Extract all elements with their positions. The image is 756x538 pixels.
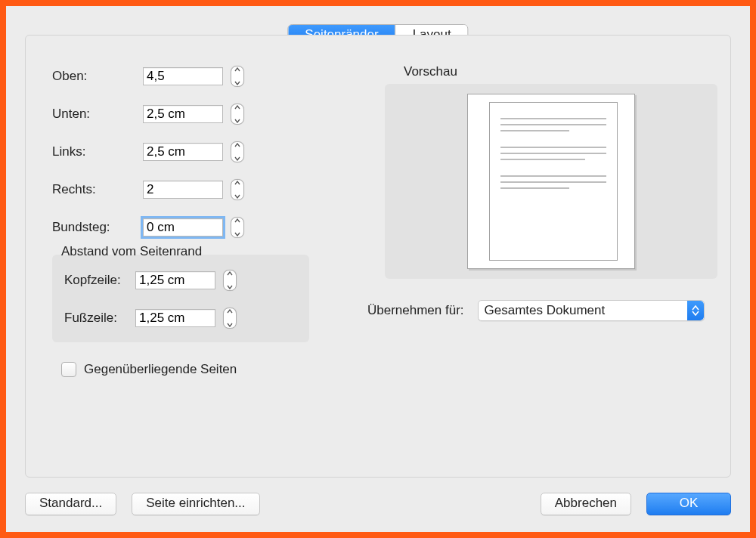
edge-distance-group: Abstand vom Seitenrand Kopfzeile: Fußzei…	[52, 255, 309, 342]
label-bottom: Unten:	[52, 107, 143, 122]
label-left: Links:	[52, 144, 143, 159]
chevron-up-icon	[227, 309, 233, 314]
input-gutter[interactable]	[143, 218, 223, 237]
content-panel: Oben: Unten: Links:	[25, 35, 731, 478]
button-row: Standard... Seite einrichten... Abbreche…	[25, 493, 731, 515]
chevron-up-icon	[234, 218, 240, 223]
page-setup-button[interactable]: Seite einrichten...	[132, 493, 259, 515]
input-top[interactable]	[143, 67, 223, 85]
input-bottom[interactable]	[143, 105, 223, 123]
chevron-down-icon	[234, 194, 240, 199]
edge-distance-title: Abstand vom Seitenrand	[58, 244, 205, 259]
default-button[interactable]: Standard...	[25, 493, 116, 515]
stepper-right[interactable]	[231, 179, 244, 200]
input-header[interactable]	[135, 271, 215, 289]
page-setup-dialog: Seitenränder Layout Oben: Unten:	[0, 0, 756, 538]
chevron-down-icon	[234, 232, 240, 237]
label-right: Rechts:	[52, 182, 143, 197]
chevron-up-icon	[234, 143, 240, 147]
apply-to-popup[interactable]: Gesamtes Dokument	[478, 300, 705, 321]
label-header: Kopfzeile:	[64, 273, 135, 288]
chevron-down-icon	[227, 285, 233, 289]
preview-page-icon	[467, 94, 635, 269]
apply-to-value: Gesamtes Dokument	[485, 303, 606, 318]
popup-arrows-icon	[687, 301, 704, 320]
label-gutter: Bundsteg:	[52, 220, 143, 235]
preview-box	[385, 84, 717, 279]
ok-button[interactable]: OK	[646, 493, 731, 515]
stepper-left[interactable]	[231, 141, 244, 162]
stepper-header[interactable]	[223, 270, 237, 291]
label-apply-to: Übernehmen für:	[367, 303, 464, 318]
cancel-button[interactable]: Abbrechen	[541, 493, 631, 515]
label-footer: Fußzeile:	[64, 311, 135, 326]
label-top: Oben:	[52, 69, 143, 84]
chevron-up-icon	[227, 271, 233, 276]
stepper-top[interactable]	[231, 66, 244, 87]
margins-column: Oben: Unten: Links:	[52, 66, 309, 377]
label-facing-pages: Gegenüberliegende Seiten	[84, 362, 237, 377]
chevron-down-icon	[234, 119, 240, 123]
stepper-footer[interactable]	[223, 308, 237, 329]
stepper-gutter[interactable]	[231, 217, 244, 238]
input-left[interactable]	[143, 143, 223, 161]
chevron-down-icon	[234, 81, 240, 85]
chevron-up-icon	[234, 181, 240, 185]
preview-title: Vorschau	[404, 64, 457, 79]
chevron-up-icon	[234, 105, 240, 110]
input-footer[interactable]	[135, 309, 215, 327]
chevron-up-icon	[234, 67, 240, 72]
apply-to-row: Übernehmen für: Gesamtes Dokument	[367, 300, 705, 321]
stepper-bottom[interactable]	[231, 104, 244, 125]
input-right[interactable]	[143, 181, 223, 199]
checkbox-facing-pages[interactable]	[61, 362, 76, 377]
chevron-down-icon	[234, 156, 240, 161]
chevron-down-icon	[227, 323, 233, 327]
